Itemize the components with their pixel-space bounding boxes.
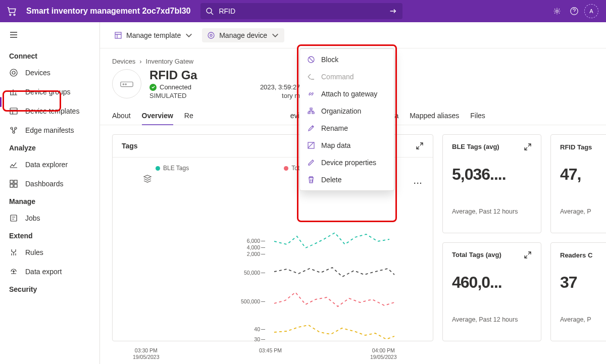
sidebar-item-label: Devices	[25, 69, 50, 77]
expand-icon[interactable]	[416, 142, 424, 150]
menu-devprops[interactable]: Device properties	[300, 154, 394, 171]
help-button[interactable]	[566, 3, 583, 20]
svg-rect-15	[11, 215, 17, 221]
search-box[interactable]	[200, 3, 402, 19]
command-icon	[307, 73, 315, 81]
attach-icon	[307, 90, 315, 98]
button-label: Manage device	[219, 31, 267, 39]
tab-overview[interactable]: Overview	[142, 108, 173, 125]
sidebar-item-rules[interactable]: Rules	[0, 243, 99, 262]
ytick: 30	[235, 336, 260, 342]
breadcrumb-root[interactable]: Devices	[112, 58, 135, 65]
explorer-icon	[9, 160, 18, 169]
svg-point-6	[12, 71, 15, 74]
tile-title: BLE Tags (avg)	[452, 143, 499, 151]
menu-label: Organization	[321, 107, 361, 115]
arrow-right-icon[interactable]	[388, 7, 397, 16]
svg-rect-26	[308, 142, 314, 148]
sidebar-item-edge-manifests[interactable]: Edge manifests	[0, 121, 99, 140]
series-readers	[274, 321, 395, 346]
search-input[interactable]	[219, 7, 388, 15]
sidebar-section-extend: Extend	[0, 228, 99, 243]
sidebar-section-security: Security	[0, 281, 99, 296]
svg-rect-19	[121, 82, 133, 86]
menu-organization[interactable]: Organization	[300, 102, 394, 120]
svg-rect-12	[14, 180, 17, 183]
menu-toggle[interactable]	[0, 27, 99, 48]
menu-mapdata[interactable]: Map data	[300, 137, 394, 154]
sidebar-item-devices[interactable]: Devices	[0, 63, 99, 82]
bar-chart-icon	[9, 87, 18, 96]
sidebar-item-data-export[interactable]: Data export	[0, 262, 99, 281]
tab-files[interactable]: Files	[470, 108, 485, 125]
manage-template-button[interactable]: Manage template	[109, 28, 198, 42]
export-icon	[9, 267, 18, 276]
tile-title: Readers C	[560, 251, 592, 259]
sidebar-section-analyze: Analyze	[0, 140, 99, 155]
svg-point-17	[208, 32, 214, 38]
breadcrumb-parent[interactable]: Inventory Gatew	[146, 58, 194, 65]
expand-icon[interactable]	[524, 251, 532, 259]
xtick: 19/05/2023	[370, 354, 397, 360]
menu-attach[interactable]: Attach to gateway	[300, 85, 394, 102]
tile-title: RFID Tags	[560, 143, 592, 151]
gateway-icon	[119, 79, 134, 89]
series-ble	[274, 230, 395, 258]
sidebar-item-label: Device templates	[25, 107, 79, 115]
chevron-down-icon	[271, 31, 279, 39]
sidebar-item-label: Data export	[25, 268, 62, 276]
svg-point-20	[123, 84, 124, 85]
device-avatar	[112, 69, 141, 98]
topbar: Smart inventory management 2oc7xd7bl30 A	[0, 0, 606, 22]
tab-mapped[interactable]: Mapped aliases	[410, 108, 459, 125]
account-button[interactable]: A	[583, 3, 600, 20]
button-label: Manage template	[126, 31, 181, 39]
sidebar-item-data-explorer[interactable]: Data explorer	[0, 155, 99, 174]
menu-block[interactable]: Block	[300, 51, 394, 68]
menu-rename[interactable]: Rename	[300, 120, 394, 137]
template-icon	[114, 31, 122, 39]
tile-footer: Average, P	[560, 316, 606, 323]
chevron-right-icon: ›	[139, 58, 141, 65]
sidebar-item-dashboards[interactable]: Dashboards	[0, 174, 99, 193]
tab-about[interactable]: About	[112, 108, 131, 125]
svg-rect-7	[10, 108, 17, 114]
settings-button[interactable]	[548, 3, 566, 20]
avatar: A	[584, 4, 598, 18]
sidebar-item-device-groups[interactable]: Device groups	[0, 82, 99, 101]
tab-re[interactable]: Re	[184, 108, 193, 125]
svg-point-5	[10, 69, 17, 76]
map-icon	[307, 141, 315, 149]
svg-point-21	[125, 84, 126, 85]
svg-rect-25	[312, 112, 314, 114]
devices-icon	[9, 68, 18, 77]
sidebar-item-label: Jobs	[25, 214, 40, 222]
gear-icon	[552, 7, 562, 16]
menu-delete[interactable]: Delete	[300, 171, 394, 188]
svg-rect-16	[115, 32, 121, 38]
svg-rect-23	[310, 108, 312, 110]
tile-rfid: RFID Tags 47, Average, P	[550, 134, 606, 233]
chevron-down-icon	[185, 31, 193, 39]
expand-icon[interactable]	[524, 143, 532, 151]
sidebar-item-device-templates[interactable]: Device templates	[0, 101, 99, 121]
ytick: 50,000	[235, 270, 260, 276]
tile-value: 5,036....	[452, 165, 532, 184]
sidebar-item-label: Edge manifests	[25, 126, 74, 134]
search-icon	[206, 7, 214, 15]
series-rfid	[274, 288, 395, 316]
xtick: 04:00 PM	[372, 347, 395, 353]
menu-label: Delete	[321, 176, 341, 184]
svg-point-0	[10, 14, 11, 16]
tile-title: Total Tags (avg)	[452, 251, 501, 259]
svg-point-10	[13, 131, 15, 133]
dashboard-icon	[9, 179, 18, 188]
ytick: 4,000	[235, 244, 260, 250]
sidebar-item-jobs[interactable]: Jobs	[0, 209, 99, 228]
svg-rect-11	[10, 180, 13, 183]
ytick: 500,000	[235, 298, 260, 304]
manage-device-button[interactable]: Manage device	[202, 28, 284, 42]
simulated-badge: SIMULATED	[149, 92, 186, 99]
svg-rect-13	[10, 184, 13, 187]
sidebar-section-manage: Manage	[0, 193, 99, 209]
